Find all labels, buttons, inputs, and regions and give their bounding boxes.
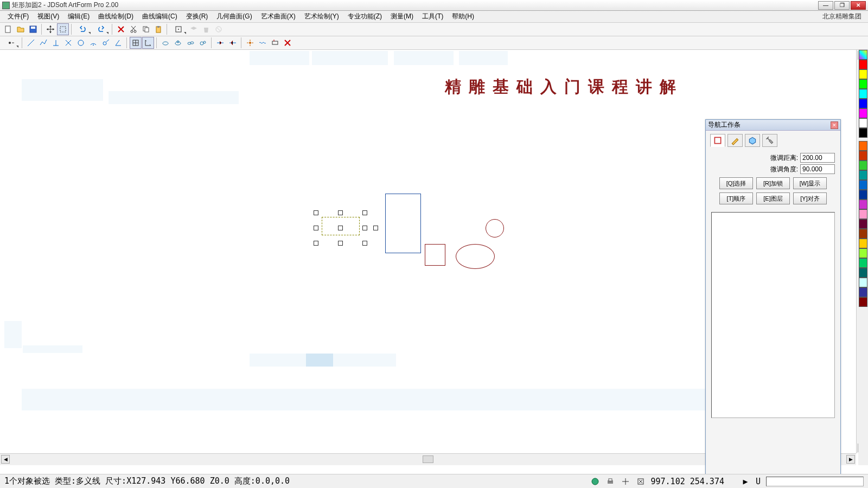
cloud2-tool[interactable] <box>172 37 184 49</box>
box-x-icon[interactable] <box>636 477 646 486</box>
swatch[interactable] <box>859 297 867 307</box>
swatch[interactable] <box>859 268 867 278</box>
globe-icon[interactable] <box>590 477 600 486</box>
menu-tools[interactable]: 工具(T) <box>418 11 448 22</box>
menu-edit[interactable]: 编辑(E) <box>63 11 94 22</box>
grid-tool[interactable] <box>130 37 142 49</box>
break-tool[interactable] <box>257 37 269 49</box>
swatch[interactable] <box>859 180 867 190</box>
swatch[interactable] <box>859 287 867 297</box>
perpendicular-tool[interactable] <box>50 37 62 49</box>
swatch[interactable] <box>859 89 867 99</box>
swatch[interactable] <box>859 128 867 138</box>
shape-rectangle-blue[interactable] <box>385 194 421 253</box>
handle-se[interactable] <box>362 241 367 246</box>
trim2-tool[interactable] <box>227 37 239 49</box>
handle-ne[interactable] <box>362 210 367 215</box>
nav-tab-3d[interactable] <box>745 134 760 147</box>
swatch[interactable] <box>859 160 867 170</box>
menu-pro-func[interactable]: 专业功能(Z) <box>343 11 386 22</box>
swatch[interactable] <box>859 258 867 268</box>
nav-btn-display[interactable]: [W]显示 <box>793 177 827 189</box>
menu-geom-surface[interactable]: 几何曲面(G) <box>212 11 256 22</box>
menu-measure[interactable]: 测量(M) <box>386 11 418 22</box>
swatch[interactable] <box>859 239 867 248</box>
new-file-button[interactable] <box>2 23 14 35</box>
menu-help[interactable]: 帮助(H) <box>448 11 478 22</box>
angle-tool[interactable] <box>112 37 124 49</box>
menu-curve-edit[interactable]: 曲线编辑(C) <box>138 11 182 22</box>
trash-button[interactable] <box>200 23 212 35</box>
menu-art-draw[interactable]: 艺术绘制(Y) <box>300 11 343 22</box>
nav-tab-select[interactable] <box>710 134 725 147</box>
layers-button[interactable] <box>188 23 200 35</box>
swatch[interactable] <box>859 248 867 258</box>
delete-button[interactable] <box>115 23 127 35</box>
nav-btn-order[interactable]: [T]顺序 <box>719 192 753 204</box>
line-tool[interactable] <box>25 37 37 49</box>
explode-tool[interactable] <box>244 37 256 49</box>
circle-tool[interactable] <box>75 37 87 49</box>
angle-input[interactable] <box>800 164 835 174</box>
undo-button[interactable] <box>74 23 92 35</box>
crosshair-icon[interactable] <box>621 477 630 486</box>
scroll-left-icon[interactable]: ◀ <box>1 455 10 464</box>
nav-btn-layer[interactable]: [E]图层 <box>756 192 790 204</box>
polyline-tool[interactable] <box>37 37 49 49</box>
swatch[interactable] <box>859 69 867 79</box>
point-tool[interactable] <box>2 37 20 49</box>
arc-tool[interactable] <box>87 37 99 49</box>
cloud4-tool[interactable] <box>197 37 209 49</box>
scroll-right-icon[interactable]: ▶ <box>846 455 855 464</box>
insert-tool[interactable] <box>269 37 281 49</box>
redo-button[interactable] <box>92 23 110 35</box>
trim1-tool[interactable] <box>214 37 226 49</box>
swatch[interactable] <box>859 108 867 118</box>
close-button[interactable]: ✕ <box>851 1 866 10</box>
swatch[interactable] <box>859 170 867 180</box>
abort-button[interactable] <box>213 23 225 35</box>
nav-titlebar[interactable]: 导航工作条 ✕ <box>706 120 840 131</box>
axis-tool[interactable] <box>142 37 154 49</box>
nav-tab-tool[interactable] <box>762 134 777 147</box>
nav-tab-edit[interactable] <box>727 134 743 147</box>
cloud3-tool[interactable] <box>184 37 196 49</box>
tangent-tool[interactable] <box>100 37 112 49</box>
shape-circle[interactable] <box>486 219 504 237</box>
palette-picker-icon[interactable] <box>859 50 867 60</box>
dist-input[interactable] <box>800 153 835 163</box>
swatch[interactable] <box>859 79 867 89</box>
swatch[interactable] <box>859 229 867 239</box>
copy-button[interactable] <box>140 23 152 35</box>
swatch[interactable] <box>859 200 867 209</box>
menu-art-surface[interactable]: 艺术曲面(X) <box>257 11 300 22</box>
nav-close-button[interactable]: ✕ <box>831 121 838 129</box>
play-icon[interactable]: ▶ <box>741 477 750 486</box>
paste-button[interactable] <box>152 23 164 35</box>
swatch[interactable] <box>859 141 867 151</box>
swatch[interactable] <box>859 190 867 200</box>
cloud1-tool[interactable] <box>159 37 171 49</box>
handle-nw[interactable] <box>314 210 318 215</box>
swatch[interactable] <box>859 151 867 160</box>
menu-file[interactable]: 文件(F) <box>3 11 33 22</box>
remove-tool[interactable] <box>282 37 293 49</box>
menu-transform[interactable]: 变换(R) <box>182 11 213 22</box>
menu-view[interactable]: 视图(V) <box>33 11 63 22</box>
intersect-tool[interactable] <box>62 37 74 49</box>
handle-n[interactable] <box>338 210 343 215</box>
nav-btn-lock[interactable]: [R]加锁 <box>756 177 790 189</box>
swatch[interactable] <box>859 219 867 229</box>
swatch[interactable] <box>859 209 867 219</box>
handle-s[interactable] <box>338 241 343 246</box>
handle-e2[interactable] <box>373 226 378 230</box>
handle-w[interactable] <box>314 226 318 230</box>
shape-ellipse[interactable] <box>456 244 495 269</box>
swatch[interactable] <box>859 118 867 128</box>
maximize-button[interactable]: ❐ <box>834 1 850 10</box>
swatch[interactable] <box>859 60 867 69</box>
handle-sw[interactable] <box>314 241 318 246</box>
hscroll-thumb[interactable] <box>423 455 433 463</box>
move-tool-button[interactable] <box>44 23 56 35</box>
nav-btn-align[interactable]: [Y]对齐 <box>793 192 827 204</box>
